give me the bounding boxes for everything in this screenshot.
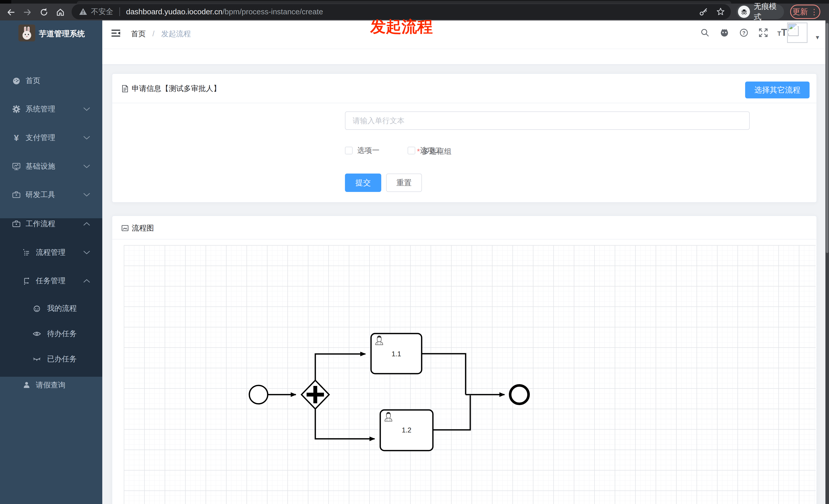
font-size-icon[interactable]: TT — [777, 27, 787, 38]
sidebar-collapse-icon[interactable] — [110, 28, 122, 39]
checkbox-option-2[interactable] — [407, 147, 415, 154]
single-line-text-input[interactable] — [345, 111, 750, 130]
avatar[interactable] — [787, 23, 807, 43]
app-logo — [19, 25, 35, 41]
sidebar-item-infrastructure[interactable]: 基础设施 — [0, 152, 102, 181]
tags-view-bar — [102, 48, 829, 65]
app-logo-row[interactable]: 芋道管理系统 — [0, 24, 102, 49]
reload-icon — [39, 7, 49, 17]
breadcrumb-current: 发起流程 — [161, 30, 191, 38]
chevron-down-icon — [83, 107, 90, 111]
card-header: 申请信息【测试多审批人】 选择其它流程 — [112, 74, 817, 103]
sidebar-item-system[interactable]: 系统管理 — [0, 95, 102, 123]
flow-task1-join — [422, 354, 466, 395]
flow-gateway-task2 — [315, 409, 374, 439]
bpmn-user-task-2[interactable]: 1.2 — [380, 410, 433, 451]
reset-button[interactable]: 重置 — [386, 173, 422, 192]
bookmark-star-icon[interactable] — [716, 7, 726, 17]
home-icon — [55, 7, 66, 17]
screen: 不安全 dashboard.yudao.iocoder.cn/bpm/proce… — [0, 0, 829, 504]
sidebar-item-label: 首页 — [26, 76, 40, 86]
avatar-caret-icon[interactable]: ▼ — [815, 34, 820, 41]
sidebar-item-done-tasks[interactable]: 已办任务 — [0, 345, 102, 374]
sidebar-item-label: 流程管理 — [36, 247, 66, 258]
eye-closed-icon — [32, 354, 41, 364]
flow-task2-join — [433, 395, 470, 430]
sidebar-item-leave-query[interactable]: 请假查询 — [0, 371, 102, 399]
reload-button[interactable] — [39, 7, 49, 17]
bpmn-parallel-gateway[interactable] — [301, 380, 329, 409]
page-scrollbar[interactable] — [825, 21, 829, 504]
breadcrumb-home[interactable]: 首页 — [131, 30, 146, 38]
chrome-menu-kebab-icon[interactable]: ⋮ — [810, 7, 818, 16]
select-other-process-button[interactable]: 选择其它流程 — [745, 81, 809, 99]
user-icon — [22, 381, 31, 390]
sidebar-item-process-mgmt[interactable]: 流程管理 — [0, 238, 102, 267]
sidebar-item-workflow[interactable]: 工作流程 — [0, 209, 102, 238]
sidebar-item-home[interactable]: 首页 — [0, 67, 102, 95]
task-label: 1.2 — [402, 426, 411, 434]
list-tree-icon — [22, 248, 31, 257]
sidebar-item-todo-tasks[interactable]: 待办任务 — [0, 319, 102, 348]
checkbox-option-2-label[interactable]: 选项二 — [420, 146, 442, 156]
sidebar-item-my-process[interactable]: 我的流程 — [0, 294, 102, 323]
breadcrumb: 首页 / 发起流程 — [131, 29, 191, 39]
sidebar-item-label: 已办任务 — [47, 354, 77, 364]
yen-icon: ¥ — [12, 133, 21, 142]
browser-active-tab[interactable] — [77, 1, 731, 4]
bpmn-canvas[interactable]: 1.1 1.2 — [124, 245, 816, 504]
chevron-up-icon — [83, 279, 90, 283]
document-icon — [121, 85, 129, 93]
update-label: 更新 — [792, 7, 808, 17]
app-title: 芋道管理系统 — [39, 29, 85, 39]
process-diagram-card: 流程图 — [112, 216, 817, 504]
chevron-up-icon — [83, 222, 90, 226]
application-form-card: 申请信息【测试多审批人】 选择其它流程 *单行文本 *多选框组 选项一 选项二 … — [112, 73, 817, 203]
task-label: 1.1 — [392, 350, 401, 358]
bpmn-diagram: 1.1 1.2 — [124, 245, 816, 504]
sidebar-item-devtools[interactable]: 研发工具 — [0, 181, 102, 209]
svg-text:¥: ¥ — [14, 133, 19, 142]
broken-image-icon — [788, 23, 799, 37]
submit-button[interactable]: 提交 — [345, 173, 381, 192]
breadcrumb-separator: / — [152, 30, 154, 38]
incognito-icon — [738, 6, 750, 18]
url-host: dashboard.yudao.iocoder.cn — [126, 7, 222, 16]
sidebar-item-task-mgmt[interactable]: 任务管理 — [0, 267, 102, 295]
sidebar-item-label: 研发工具 — [26, 190, 55, 200]
chrome-update-button[interactable]: 更新 ⋮ — [790, 5, 820, 19]
checkbox-option-1-label[interactable]: 选项一 — [357, 146, 380, 156]
bpmn-user-task-1[interactable]: 1.1 — [371, 334, 422, 374]
briefcase-icon — [12, 190, 21, 199]
branch-icon — [22, 276, 31, 285]
card-header: 流程图 — [112, 216, 817, 239]
checkbox-group: 选项一 选项二 — [345, 143, 470, 158]
checkbox-option-1[interactable] — [345, 147, 353, 154]
security-label[interactable]: 不安全 — [91, 7, 113, 17]
eye-open-icon — [32, 329, 41, 338]
sidebar-item-label: 基础设施 — [26, 161, 55, 171]
incognito-badge: 无痕模式 — [736, 4, 784, 19]
dashboard-icon — [12, 76, 21, 85]
incognito-label: 无痕模式 — [754, 1, 784, 22]
sidebar-item-label: 待办任务 — [47, 329, 77, 339]
chevron-down-icon — [83, 164, 90, 168]
bpmn-start-event[interactable] — [249, 385, 268, 404]
back-button[interactable] — [6, 7, 16, 17]
chevron-down-icon — [83, 193, 90, 197]
forward-button[interactable] — [23, 7, 33, 17]
url-path: /bpm/process-instance/create — [222, 7, 323, 16]
sidebar-item-label: 系统管理 — [26, 104, 55, 114]
help-icon[interactable]: ? — [738, 27, 749, 38]
bpmn-end-event[interactable] — [510, 385, 529, 404]
password-key-icon[interactable] — [698, 7, 709, 17]
home-button[interactable] — [55, 7, 66, 17]
scrollbar-thumb[interactable] — [826, 23, 828, 253]
sidebar: 芋道管理系统 首页 — [0, 21, 102, 504]
github-icon[interactable] — [719, 27, 730, 38]
toolbox-icon — [12, 219, 21, 229]
sidebar-item-payment[interactable]: ¥ 支付管理 — [0, 123, 102, 152]
annotation-title: 发起流程 — [370, 16, 433, 37]
search-icon[interactable] — [699, 27, 710, 38]
fullscreen-icon[interactable] — [758, 27, 769, 38]
